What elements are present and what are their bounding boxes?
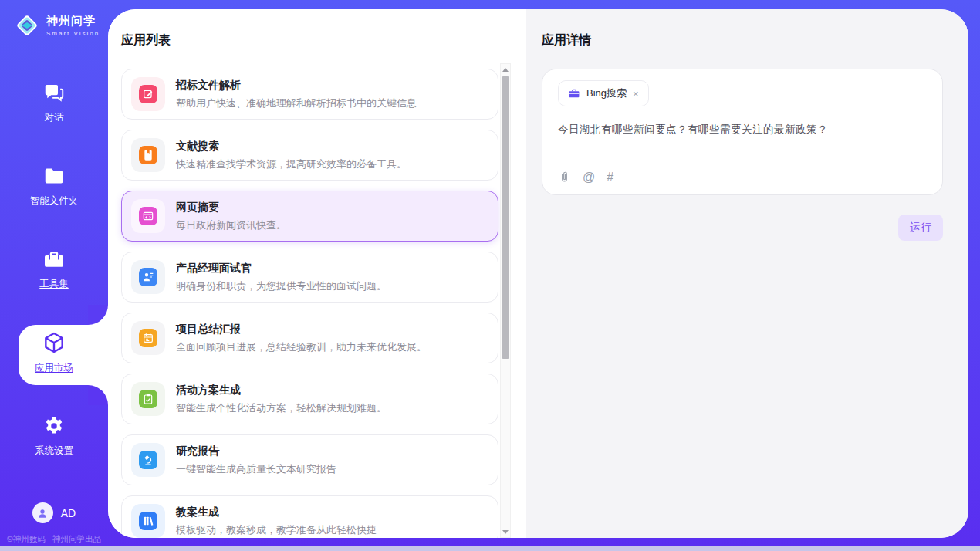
- app-icon-wrap: [131, 321, 165, 355]
- tool-tag-bing-search[interactable]: Bing搜索 ×: [558, 80, 649, 106]
- clipboard-check-icon: [139, 390, 157, 408]
- copyright-text: ©神州数码 · 神州问学出品: [0, 534, 108, 545]
- app-card-list: 招标文件解析 帮助用户快速、准确地理解和解析招标书中的关键信息 文献搜索 快速精…: [121, 69, 498, 538]
- app-desc: 明确身份和职责，为您提供专业性的面试问题。: [176, 279, 387, 293]
- briefcase-icon: [568, 87, 580, 100]
- app-card-event-plan[interactable]: 活动方案生成 智能生成个性化活动方案，轻松解决规划难题。: [121, 374, 498, 424]
- sidebar-item-label: 工具集: [39, 278, 69, 291]
- app-card-literature-search[interactable]: 文献搜索 快速精准查找学术资源，提高研究效率的必备工具。: [121, 130, 498, 181]
- brand-logo: 神州问学 Smart Vision: [14, 12, 100, 39]
- app-title: 文献搜索: [176, 140, 407, 154]
- interviewer-icon: [139, 268, 157, 286]
- app-title: 活动方案生成: [176, 384, 387, 397]
- composer-toolbar: @ #: [558, 171, 613, 184]
- books-icon: [139, 512, 157, 530]
- list-scrollbar[interactable]: [500, 63, 511, 538]
- prompt-composer[interactable]: Bing搜索 × 今日湖北有哪些新闻要点？有哪些需要关注的最新政策？ @ #: [542, 69, 943, 195]
- toolbox-icon: [42, 248, 66, 271]
- edit-document-icon: [139, 85, 157, 103]
- app-icon-wrap: [131, 199, 165, 233]
- topic-icon[interactable]: #: [607, 171, 613, 184]
- sidebar: 神州问学 Smart Vision 对话 智能文件夹: [0, 0, 108, 551]
- chat-icon: [42, 81, 66, 104]
- app-card-project-summary[interactable]: 项目总结汇报 全面回顾项目进展，总结经验教训，助力未来优化发展。: [121, 313, 498, 363]
- sidebar-item-label: 应用市场: [35, 362, 73, 375]
- calendar-report-icon: [139, 329, 157, 347]
- app-card-bid-parse[interactable]: 招标文件解析 帮助用户快速、准确地理解和解析招标书中的关键信息: [121, 69, 498, 120]
- cube-icon: [42, 330, 66, 355]
- sidebar-nav: 对话 智能文件夹 工具集: [0, 61, 108, 478]
- sidebar-item-settings[interactable]: 系统设置: [0, 394, 108, 478]
- app-list-pane: 应用列表 招标文件解析 帮助用户快速、准确地理解和解析招标书中的关键信息: [108, 9, 526, 538]
- app-title: 项目总结汇报: [176, 323, 427, 336]
- sidebar-item-chat[interactable]: 对话: [0, 61, 108, 144]
- sidebar-item-label: 智能文件夹: [30, 194, 79, 208]
- mention-icon[interactable]: @: [583, 171, 595, 184]
- app-desc: 快速精准查找学术资源，提高研究效率的必备工具。: [176, 157, 407, 171]
- app-card-web-summary[interactable]: 网页摘要 每日政府新闻资讯快查。: [121, 191, 498, 242]
- main-panel: 应用列表 招标文件解析 帮助用户快速、准确地理解和解析招标书中的关键信息: [108, 9, 968, 538]
- app-icon-wrap: [131, 260, 165, 294]
- folder-icon: [42, 164, 66, 188]
- sidebar-item-app-market[interactable]: 应用市场: [0, 311, 108, 394]
- gear-icon: [42, 414, 66, 438]
- app-icon-wrap: [131, 443, 165, 477]
- app-icon-wrap: [131, 77, 165, 111]
- app-title: 招标文件解析: [176, 79, 417, 93]
- app-desc: 智能生成个性化活动方案，轻松解决规划难题。: [176, 401, 387, 415]
- sidebar-item-label: 系统设置: [35, 445, 73, 458]
- app-desc: 全面回顾项目进展，总结经验教训，助力未来优化发展。: [176, 340, 427, 354]
- web-page-icon: [139, 207, 157, 225]
- app-icon-wrap: [131, 138, 165, 172]
- tool-tag-label: Bing搜索: [586, 86, 627, 100]
- user-account[interactable]: AD: [0, 502, 108, 523]
- app-title: 产品经理面试官: [176, 262, 387, 276]
- sidebar-item-toolbox[interactable]: 工具集: [0, 228, 108, 311]
- app-card-lesson-plan[interactable]: 教案生成 模板驱动，教案秒成，教学准备从此轻松快捷: [121, 495, 498, 538]
- brand-tagline: Smart Vision: [46, 30, 100, 37]
- app-card-pm-interviewer[interactable]: 产品经理面试官 明确身份和职责，为您提供专业性的面试问题。: [121, 252, 498, 303]
- sidebar-item-label: 对话: [45, 111, 64, 124]
- close-icon[interactable]: ×: [633, 88, 639, 100]
- microscope-icon: [139, 451, 157, 469]
- app-icon-wrap: [131, 504, 165, 538]
- prompt-text[interactable]: 今日湖北有哪些新闻要点？有哪些需要关注的最新政策？: [558, 123, 927, 137]
- app-card-research-report[interactable]: 研究报告 一键智能生成高质量长文本研究报告: [121, 434, 498, 485]
- bottom-strip: [0, 546, 980, 551]
- run-button[interactable]: 运行: [898, 215, 943, 241]
- book-icon: [139, 146, 157, 164]
- app-icon-wrap: [131, 382, 165, 416]
- app-list-title: 应用列表: [121, 32, 526, 49]
- avatar: [32, 502, 53, 523]
- app-desc: 每日政府新闻资讯快查。: [176, 218, 286, 232]
- user-initials: AD: [61, 507, 76, 519]
- scrollbar-thumb[interactable]: [502, 76, 509, 359]
- scrollbar-down-arrow[interactable]: [501, 526, 510, 537]
- app-detail-title: 应用详情: [542, 32, 943, 49]
- person-icon: [36, 507, 49, 519]
- scrollbar-up-arrow[interactable]: [501, 64, 510, 75]
- sidebar-item-smart-folder[interactable]: 智能文件夹: [0, 144, 108, 228]
- brand-name: 神州问学: [46, 14, 100, 29]
- brand-logo-icon: [14, 12, 40, 39]
- app-title: 网页摘要: [176, 201, 286, 215]
- attachment-icon[interactable]: [558, 171, 571, 184]
- app-desc: 一键智能生成高质量长文本研究报告: [176, 462, 336, 476]
- run-row: 运行: [542, 215, 943, 241]
- app-desc: 模板驱动，教案秒成，教学准备从此轻松快捷: [176, 523, 377, 537]
- app-title: 研究报告: [176, 445, 336, 458]
- app-detail-pane: 应用详情 Bing搜索 × 今日湖北有哪些新闻要点？有哪些需要关注的最新政策？: [526, 9, 968, 538]
- app-desc: 帮助用户快速、准确地理解和解析招标书中的关键信息: [176, 96, 417, 110]
- app-title: 教案生成: [176, 505, 377, 519]
